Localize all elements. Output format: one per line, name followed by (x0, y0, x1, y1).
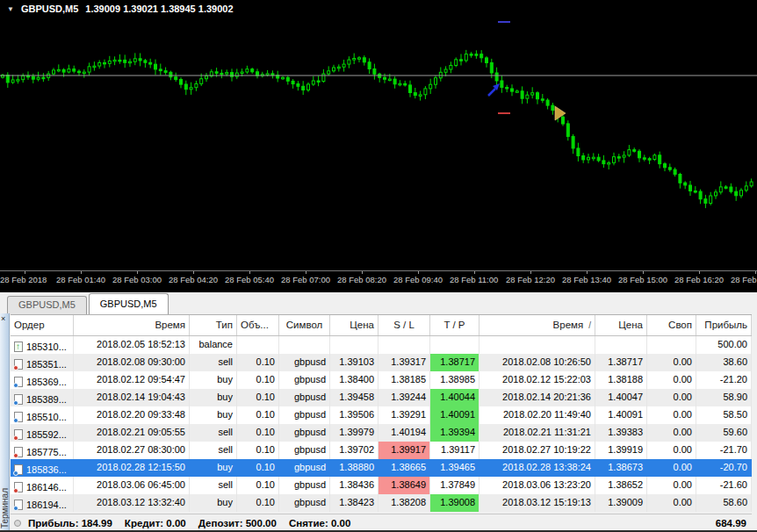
cell-symbol: gbpusd (279, 477, 330, 494)
table-row-selected[interactable]: 185836...2018.02.28 12:15:50buy0.10gbpus… (11, 459, 752, 477)
time-axis-label: 28 Feb 09:40 (393, 275, 443, 284)
cell-tp (430, 336, 479, 354)
cell-type: buy (190, 406, 237, 424)
cell-sl: 1.39244 (378, 389, 430, 406)
time-axis-label: 28 Feb 12:20 (506, 275, 555, 284)
column-header-open_price[interactable]: Цена (330, 315, 378, 335)
cell-volume: 0.10 (237, 371, 279, 389)
cell-type: sell (190, 442, 237, 459)
cell-symbol (279, 336, 330, 354)
axis-tick (530, 271, 531, 274)
axis-tick (643, 271, 644, 274)
cell-open_price: 1.38436 (330, 477, 378, 494)
cell-type: buy (190, 459, 237, 477)
cell-type: balance (190, 336, 237, 354)
cell-profit: 38.60 (696, 354, 752, 371)
sell-dot-icon (13, 453, 18, 458)
cell-open_price: 1.38423 (330, 494, 378, 512)
cell-profit: -21.60 (696, 477, 752, 494)
time-axis-label: 28 Feb 03:00 (112, 275, 162, 284)
cell-close_time (479, 336, 595, 354)
price-chart[interactable] (0, 0, 757, 270)
column-header-type[interactable]: Тип (190, 315, 237, 335)
cell-sl: 1.39291 (378, 406, 430, 424)
table-row[interactable]: 185351...2018.02.08 09:30:00sell0.10gbpu… (11, 354, 752, 371)
column-header-close_time[interactable]: Время/ (479, 315, 595, 335)
order-number: 185351... (26, 359, 67, 370)
column-header-symbol[interactable]: Символ (279, 315, 330, 335)
close-icon[interactable]: × (1, 315, 5, 323)
cell-open_time: 2018.03.12 13:32:40 (74, 494, 190, 512)
cell-close_time: 2018.02.20 11:49:40 (479, 406, 595, 424)
status-item-1: Кредит: 0.00 (125, 518, 186, 528)
buy-order-icon (14, 464, 23, 475)
axis-tick (25, 271, 25, 274)
cell-close_time: 2018.02.08 10:26:50 (479, 354, 595, 371)
table-row[interactable]: 186146...2018.03.06 06:45:00sell0.10gbpu… (11, 477, 752, 494)
cell-volume: 0.10 (237, 459, 279, 477)
axis-tick (418, 271, 419, 274)
cell-profit: -21.20 (696, 371, 752, 389)
cell-open_time: 2018.02.21 09:05:55 (74, 424, 190, 442)
cell-open_time: 2018.02.12 09:54:47 (74, 371, 190, 389)
table-row[interactable]: 185389...2018.02.14 19:04:43buy0.10gbpus… (11, 389, 752, 406)
column-header-volume[interactable]: Объ... (237, 315, 279, 335)
cell-close_price: 1.38673 (595, 459, 647, 477)
balance-order-icon: ↑ (14, 341, 23, 352)
cell-volume: 0.10 (237, 442, 279, 459)
account-total: 684.99 (716, 518, 746, 528)
column-header-order[interactable]: Ордер (11, 315, 74, 335)
table-row[interactable]: 185369...2018.02.12 09:54:47buy0.10gbpus… (11, 371, 752, 389)
cell-symbol: gbpusd (279, 371, 330, 389)
cell-type: sell (190, 477, 237, 494)
cell-close_price: 1.38652 (595, 477, 647, 494)
table-row[interactable]: 185775...2018.02.27 08:30:00sell0.10gbpu… (11, 442, 752, 459)
chart-dropdown-icon[interactable]: ▼ (7, 5, 14, 13)
cell-order: ↑185310... (11, 336, 74, 354)
table-row[interactable]: 185510...2018.02.20 09:33:48buy0.10gbpus… (11, 406, 752, 424)
table-body: ↑185310...2018.02.05 18:52:13balance500.… (11, 336, 752, 512)
cell-swap: 0.00 (647, 371, 696, 389)
order-number: 185836... (26, 464, 67, 475)
column-header-profit[interactable]: Прибыль (696, 315, 752, 335)
column-header-swap[interactable]: Своп (647, 315, 696, 335)
tab-1-active[interactable]: GBPUSD,M5 (89, 293, 169, 314)
cell-order: 185351... (11, 354, 74, 371)
column-header-sl[interactable]: S / L (378, 315, 430, 335)
cell-open_price (330, 336, 378, 354)
axis-tick (587, 271, 588, 274)
cell-close_price: 1.38717 (595, 354, 647, 371)
cell-order: 186146... (11, 477, 74, 494)
table-row[interactable]: 186194...2018.03.12 13:32:40buy0.10gbpus… (11, 494, 752, 512)
sell-order-icon (14, 359, 23, 370)
cell-symbol: gbpusd (279, 494, 330, 512)
column-header-open_time[interactable]: Время (74, 315, 190, 335)
account-summary: Прибыль: 184.99Кредит: 0.00Депозит: 500.… (28, 518, 363, 528)
terminal-window: ▼ GBPUSD,M5 1.39009 1.39021 1.38945 1.39… (0, 0, 757, 532)
cell-symbol: gbpusd (279, 354, 330, 371)
cell-type: buy (190, 389, 237, 406)
cell-sl: 1.38649 (378, 477, 430, 494)
axis-tick (249, 271, 250, 274)
tab-0[interactable]: GBPUSD,M5 (7, 296, 87, 314)
chart-area[interactable]: ▼ GBPUSD,M5 1.39009 1.39021 1.38945 1.39… (0, 0, 757, 292)
order-number: 186194... (26, 500, 67, 510)
time-axis-label: 28 Feb 16:20 (674, 275, 724, 284)
cell-order: 185389... (11, 389, 74, 406)
cell-open_time: 2018.03.06 06:45:00 (74, 477, 190, 494)
column-header-close_price[interactable]: Цена (595, 315, 647, 335)
buy-arrow-icon (488, 83, 500, 96)
cell-sl: 1.39917 (378, 442, 430, 459)
table-row[interactable]: 185592...2018.02.21 09:05:55sell0.10gbpu… (11, 424, 752, 442)
cell-tp: 1.38717 (430, 354, 479, 371)
time-axis[interactable]: 28 Feb 201828 Feb 01:4028 Feb 03:0028 Fe… (0, 275, 757, 289)
cell-volume: 0.10 (237, 389, 279, 406)
buy-dot-icon (13, 383, 18, 388)
cell-open_time: 2018.02.27 08:30:00 (74, 442, 190, 459)
terminal-panel-titlebar[interactable]: × Терминал (0, 313, 10, 530)
column-header-tp[interactable]: T / P (430, 315, 479, 335)
table-row[interactable]: ↑185310...2018.02.05 18:52:13balance500.… (11, 336, 752, 354)
axis-tick (362, 271, 363, 274)
buy-order-icon (14, 377, 23, 387)
time-axis-label: 28 Feb 08:20 (337, 275, 386, 284)
